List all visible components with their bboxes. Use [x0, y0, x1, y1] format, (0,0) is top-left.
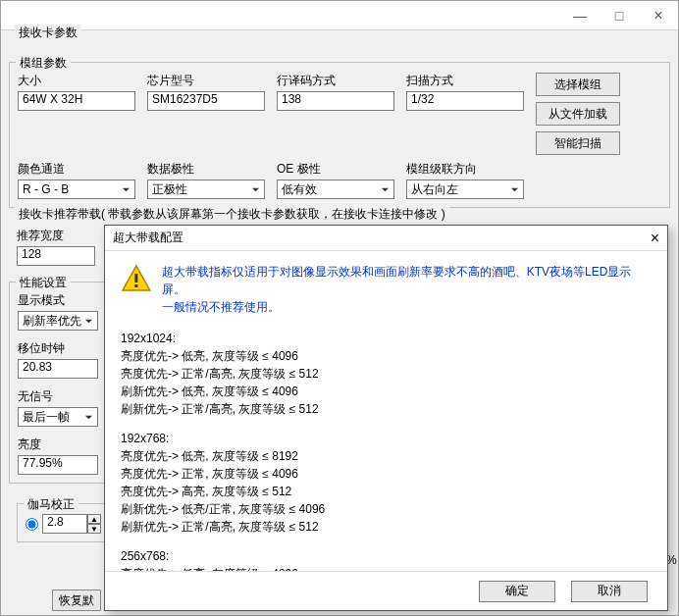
- polarity-select[interactable]: 正极性: [147, 180, 265, 199]
- color-value: R - G - B: [23, 182, 69, 196]
- svg-rect-0: [134, 274, 137, 282]
- oe-value: 低有效: [282, 181, 317, 198]
- gamma-group: 伽马校正 2.8 ▲ ▼: [17, 503, 115, 542]
- shift-clock-input[interactable]: 20.83: [18, 359, 98, 379]
- chevron-down-icon: [251, 185, 260, 194]
- scan-label: 扫描方式: [406, 73, 524, 89]
- maximize-button[interactable]: □: [600, 1, 639, 30]
- nosignal-label: 无信号: [18, 388, 98, 405]
- brightness-label: 亮度: [18, 436, 98, 453]
- width-input[interactable]: 128: [17, 246, 95, 266]
- gamma-legend: 伽马校正: [24, 496, 78, 513]
- svg-rect-1: [134, 284, 137, 287]
- decode-label: 行译码方式: [277, 73, 394, 89]
- chevron-down-icon: [510, 185, 519, 194]
- spec-line: 刷新优先-> 正常/高亮, 灰度等级 ≤ 512: [121, 518, 652, 536]
- oe-select[interactable]: 低有效: [277, 180, 394, 199]
- titlebar: — □ ×: [1, 1, 678, 30]
- warning-text: 超大带载指标仅适用于对图像显示效果和画面刷新率要求不高的酒吧、KTV夜场等LED…: [162, 263, 652, 316]
- width-label: 推荐宽度: [17, 228, 95, 244]
- spec-192x1024: 192x1024: 亮度优先-> 低亮, 灰度等级 ≤ 4096 亮度优先-> …: [121, 330, 652, 418]
- display-mode-value: 刷新率优先: [23, 313, 81, 330]
- cascade-value: 从右向左: [411, 181, 458, 198]
- gamma-spin-down[interactable]: ▼: [87, 524, 101, 534]
- scan-input[interactable]: 1/32: [406, 91, 524, 111]
- modal-footer: 确定 取消: [105, 571, 667, 610]
- spec-256x768: 256x768: 亮度优先-> 低亮, 灰度等级 ≤ 4096 亮度优先-> 正…: [121, 547, 652, 571]
- gamma-spin-up[interactable]: ▲: [87, 514, 101, 524]
- perf-legend: 性能设置: [16, 275, 71, 291]
- close-button[interactable]: ×: [639, 1, 678, 30]
- modal-titlebar: 超大带载配置 ×: [105, 226, 667, 251]
- capacity-legend: 接收卡推荐带载( 带载参数从该屏幕第一个接收卡参数获取，在接收卡连接中修改 ): [15, 206, 449, 223]
- spec-line: 亮度优先-> 高亮, 灰度等级 ≤ 512: [121, 483, 652, 500]
- warning-icon: [121, 263, 152, 294]
- restore-defaults-button[interactable]: 恢复默: [52, 590, 101, 611]
- chevron-down-icon: [84, 317, 93, 326]
- gamma-radio[interactable]: [26, 518, 38, 531]
- card-title: 接收卡参数: [15, 25, 81, 41]
- display-mode-label: 显示模式: [18, 292, 98, 309]
- smart-scan-button[interactable]: 智能扫描: [536, 131, 620, 155]
- brightness-input[interactable]: 77.95%: [18, 455, 98, 475]
- oe-label: OE 极性: [277, 161, 394, 178]
- minimize-button[interactable]: —: [560, 1, 600, 30]
- shift-clock-label: 移位时钟: [18, 340, 98, 357]
- modal-body: 超大带载指标仅适用于对图像显示效果和画面刷新率要求不高的酒吧、KTV夜场等LED…: [105, 251, 667, 571]
- spec-line: 亮度优先-> 正常, 灰度等级 ≤ 4096: [121, 465, 652, 483]
- modal-close-button[interactable]: ×: [651, 230, 659, 247]
- chip-label: 芯片型号: [147, 73, 265, 89]
- select-module-button[interactable]: 选择模组: [536, 73, 620, 96]
- spec-head: 256x768:: [121, 547, 652, 565]
- chip-input[interactable]: SM16237D5: [147, 91, 265, 111]
- size-label: 大小: [18, 73, 135, 89]
- cancel-button[interactable]: 取消: [571, 581, 648, 602]
- perf-group: 性能设置 显示模式 刷新率优先 移位时钟 20.83 无信号 最后一帧 亮度 7…: [9, 282, 107, 484]
- card-title-group: 接收卡参数: [9, 32, 670, 50]
- spec-line: 刷新优先-> 低亮/正常, 灰度等级 ≤ 4096: [121, 500, 652, 518]
- spec-line: 刷新优先-> 正常/高亮, 灰度等级 ≤ 512: [121, 400, 652, 418]
- gamma-input[interactable]: 2.8: [42, 514, 87, 534]
- oversize-config-modal: 超大带载配置 × 超大带载指标仅适用于对图像显示效果和画面刷新率要求不高的酒吧、…: [104, 225, 668, 611]
- load-from-file-button[interactable]: 从文件加载: [536, 102, 620, 126]
- spec-192x768: 192x768: 亮度优先-> 低亮, 灰度等级 ≤ 8192 亮度优先-> 正…: [121, 430, 652, 536]
- display-mode-select[interactable]: 刷新率优先: [18, 311, 98, 331]
- main-window: — □ × 接收卡参数 模组参数 大小 64W X 32H 芯片型号 SM162…: [0, 0, 679, 616]
- polarity-label: 数据极性: [147, 161, 265, 178]
- module-group: 模组参数 大小 64W X 32H 芯片型号 SM16237D5 行译码方式 1…: [9, 62, 670, 208]
- size-input[interactable]: 64W X 32H: [18, 91, 135, 111]
- nosignal-value: 最后一帧: [23, 409, 70, 426]
- spec-head: 192x768:: [121, 430, 652, 447]
- polarity-value: 正极性: [152, 181, 187, 198]
- spec-line: 亮度优先-> 低亮, 灰度等级 ≤ 8192: [121, 447, 652, 465]
- chevron-down-icon: [122, 185, 131, 194]
- chevron-down-icon: [84, 413, 93, 422]
- decode-input[interactable]: 138: [277, 91, 394, 111]
- color-label: 颜色通道: [18, 161, 135, 178]
- ok-button[interactable]: 确定: [479, 581, 555, 602]
- cascade-select[interactable]: 从右向左: [406, 180, 524, 199]
- module-legend: 模组参数: [16, 55, 71, 72]
- color-select[interactable]: R - G - B: [18, 180, 135, 199]
- spec-line: 亮度优先-> 正常/高亮, 灰度等级 ≤ 512: [121, 365, 652, 383]
- spec-line: 亮度优先-> 低亮, 灰度等级 ≤ 4096: [121, 347, 652, 365]
- warning-line1: 超大带载指标仅适用于对图像显示效果和画面刷新率要求不高的酒吧、KTV夜场等LED…: [162, 263, 652, 298]
- spec-line: 刷新优先-> 低亮, 灰度等级 ≤ 4096: [121, 383, 652, 400]
- nosignal-select[interactable]: 最后一帧: [18, 407, 98, 427]
- chevron-down-icon: [381, 185, 390, 194]
- spec-head: 192x1024:: [121, 330, 652, 347]
- warning-line2: 一般情况不推荐使用。: [162, 298, 652, 316]
- cascade-label: 模组级联方向: [406, 161, 524, 178]
- modal-title: 超大带载配置: [113, 230, 183, 246]
